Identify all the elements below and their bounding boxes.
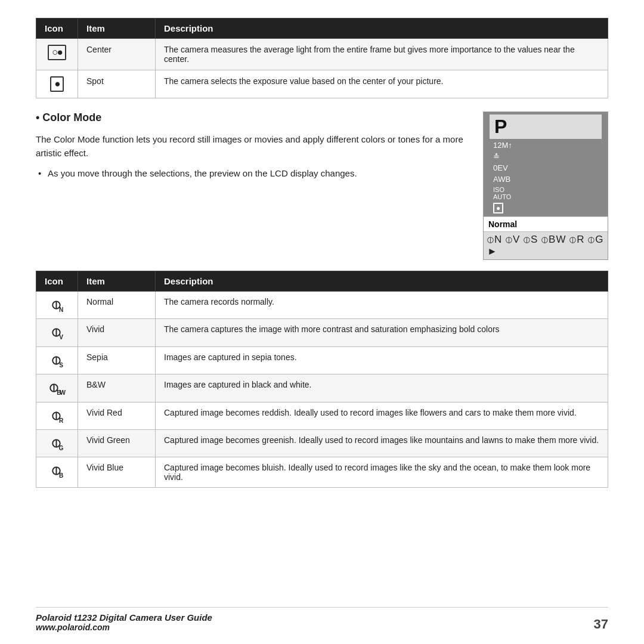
top-table-header-item: Item [78, 18, 156, 39]
panel-normal-label: Normal [484, 216, 608, 231]
panel-p-label: P [490, 114, 602, 139]
normal-color-icon: ⦶N [52, 297, 62, 312]
spot-item-label: Spot [78, 70, 156, 98]
panel-transfer-icon: ≛ [490, 151, 602, 162]
normal-icon-cell: ⦶N [36, 292, 78, 319]
footer-url: www.polaroid.com [36, 623, 212, 632]
vivid-green-item-label: Vivid Green [78, 429, 156, 457]
vivid-red-item-desc: Captured image becomes reddish. Ideally … [156, 402, 608, 429]
sepia-item-desc: Images are captured in sepia tones. [156, 346, 608, 374]
sepia-icon-cell: ⦶S [36, 346, 78, 374]
color-icons-row: ⦶N ⦶V ⦶S ⦶BW ⦶R ⦶G ► [487, 234, 604, 258]
bottom-color-mode-table: Icon Item Description ⦶N Normal The came… [36, 271, 608, 488]
vivid-icon-cell: ⦶V [36, 319, 78, 346]
top-table-header-icon: Icon [36, 18, 78, 39]
vivid-green-icon-cell: ⦶G [36, 429, 78, 457]
camera-ui-panel: P 12M↑ ≛ 0EV AWB ISOAUTO ● Normal ⦶N ⦶V … [483, 112, 608, 260]
normal-item-label: Normal [78, 292, 156, 319]
vivid-color-icon: ⦶V [52, 324, 62, 339]
normal-item-desc: The camera records normally. [156, 292, 608, 319]
center-item-desc: The camera measures the average light fr… [156, 39, 608, 70]
bottom-table-header-item: Item [78, 271, 156, 292]
sepia-item-label: Sepia [78, 346, 156, 374]
top-table-header-desc: Description [156, 18, 608, 39]
vivid-red-icon-cell: ⦶R [36, 402, 78, 429]
bw-item-label: B&W [78, 374, 156, 402]
vivid-green-item-desc: Captured image becomes greenish. Ideally… [156, 429, 608, 457]
panel-12m-icon: 12M↑ [490, 140, 602, 150]
bottom-table-header-desc: Description [156, 271, 608, 292]
footer-page-number: 37 [594, 617, 608, 632]
table-row: ○● Center The camera measures the averag… [36, 39, 608, 70]
vivid-blue-item-label: Vivid Blue [78, 457, 156, 488]
panel-iso-label: ISOAUTO [490, 185, 602, 201]
panel-spot-row: ● [490, 202, 602, 214]
bw-color-icon: ⦶BW [49, 380, 64, 395]
center-item-label: Center [78, 39, 156, 70]
footer: Polaroid t1232 Digital Camera User Guide… [36, 607, 608, 632]
table-row: ⦶BW B&W Images are captured in black and… [36, 374, 608, 402]
center-meter-icon: ○● [48, 45, 66, 60]
vivid-red-color-icon: ⦶R [52, 408, 62, 423]
vivid-green-color-icon: ⦶G [52, 435, 63, 450]
spot-item-desc: The camera selects the exposure value ba… [156, 70, 608, 98]
table-row: ⦶G Vivid Green Captured image becomes gr… [36, 429, 608, 457]
table-row: ⦶R Vivid Red Captured image becomes redd… [36, 402, 608, 429]
center-icon-cell: ○● [36, 39, 78, 70]
footer-title: Polaroid t1232 Digital Camera User Guide [36, 612, 212, 623]
color-mode-title: Color Mode [36, 112, 471, 124]
footer-left: Polaroid t1232 Digital Camera User Guide… [36, 612, 212, 632]
camera-panel-bottom: ⦶N ⦶V ⦶S ⦶BW ⦶R ⦶G ► [484, 231, 608, 259]
table-row: ⦶B Vivid Blue Captured image becomes blu… [36, 457, 608, 488]
vivid-blue-icon-cell: ⦶B [36, 457, 78, 488]
sepia-color-icon: ⦶S [52, 352, 62, 367]
color-mode-text-block: Color Mode The Color Mode function lets … [36, 112, 471, 180]
top-metering-table: Icon Item Description ○● Center The came… [36, 18, 608, 98]
panel-spot-icon: ● [493, 203, 503, 213]
vivid-item-label: Vivid [78, 319, 156, 346]
spot-meter-icon: ● [50, 76, 63, 92]
table-row: ⦶V Vivid The camera captures the image w… [36, 319, 608, 346]
panel-ev-label: 0EV [490, 163, 602, 173]
bw-icon-cell: ⦶BW [36, 374, 78, 402]
bw-item-desc: Images are captured in black and white. [156, 374, 608, 402]
camera-panel-icons: P 12M↑ ≛ 0EV AWB ISOAUTO ● [484, 112, 608, 216]
bottom-table-header-icon: Icon [36, 271, 78, 292]
spot-icon-cell: ● [36, 70, 78, 98]
color-mode-section: Color Mode The Color Mode function lets … [36, 112, 608, 260]
vivid-blue-color-icon: ⦶B [52, 463, 62, 478]
table-row: ● Spot The camera selects the exposure v… [36, 70, 608, 98]
panel-awb-label: AWB [490, 174, 602, 184]
vivid-blue-item-desc: Captured image becomes bluish. Ideally u… [156, 457, 608, 488]
vivid-red-item-label: Vivid Red [78, 402, 156, 429]
color-mode-bullet: As you move through the selections, the … [36, 166, 471, 180]
color-mode-body: The Color Mode function lets you record … [36, 132, 471, 160]
vivid-item-desc: The camera captures the image with more … [156, 319, 608, 346]
table-row: ⦶N Normal The camera records normally. [36, 292, 608, 319]
page: Icon Item Description ○● Center The came… [0, 0, 644, 644]
table-row: ⦶S Sepia Images are captured in sepia to… [36, 346, 608, 374]
